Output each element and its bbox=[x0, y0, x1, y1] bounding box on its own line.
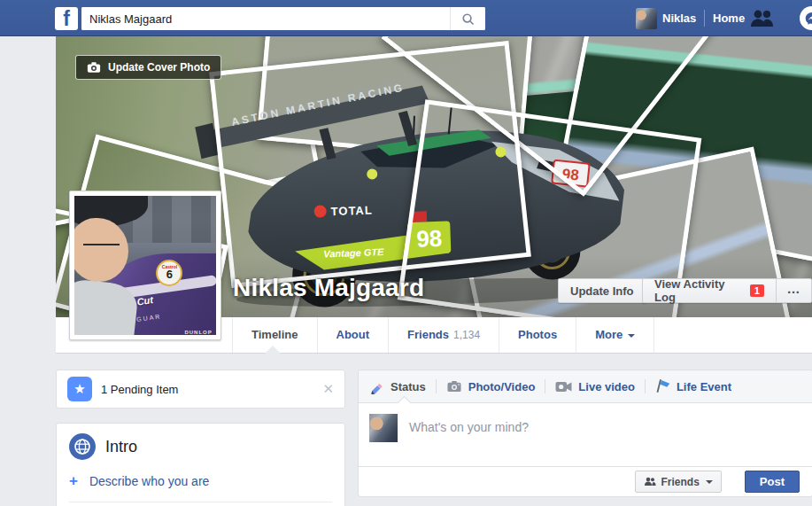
post-button[interactable]: Post bbox=[745, 471, 800, 493]
active-tab-caret bbox=[265, 346, 281, 354]
globe-icon bbox=[69, 433, 96, 460]
chevron-down-icon bbox=[706, 480, 713, 484]
tab-friends-label: Friends bbox=[407, 328, 449, 341]
tab-photos[interactable]: Photos bbox=[499, 317, 576, 353]
audience-selector-button[interactable]: Friends bbox=[635, 471, 721, 493]
composer-input-area[interactable]: What's on your mind? bbox=[359, 403, 812, 453]
car-number-6: 6 bbox=[158, 269, 181, 279]
composer-tab-divider bbox=[545, 379, 545, 393]
status-composer: Status Photo/Video bbox=[358, 370, 812, 497]
more-options-button[interactable]: … bbox=[776, 279, 811, 302]
tab-friends[interactable]: Friends1,134 bbox=[389, 317, 499, 353]
audience-label: Friends bbox=[661, 476, 699, 488]
composer-tab-live-label: Live video bbox=[578, 380, 635, 393]
view-activity-log-label: View Activity Log bbox=[654, 277, 744, 304]
update-cover-photo-button[interactable]: Update Cover Photo bbox=[75, 55, 221, 80]
composer-tab-life-event[interactable]: Life Event bbox=[655, 379, 731, 394]
pending-items-card[interactable]: ★ 1 Pending Item ✕ bbox=[56, 370, 345, 409]
navbar-profile-link[interactable]: Niklas bbox=[662, 0, 696, 36]
video-camera-icon bbox=[555, 380, 572, 393]
composer-footer: Friends Post bbox=[359, 466, 812, 496]
navbar-home-link[interactable]: Home bbox=[713, 0, 745, 36]
composer-tab-divider bbox=[436, 379, 437, 393]
activity-log-badge: 1 bbox=[750, 284, 764, 297]
search-icon bbox=[461, 12, 475, 26]
glasses bbox=[83, 237, 120, 245]
facebook-profile-page: f Niklas Home bbox=[0, 0, 812, 506]
tab-more-label: More bbox=[595, 328, 623, 341]
intro-card: Intro + Describe who you are bbox=[56, 423, 345, 506]
facebook-logo[interactable]: f bbox=[55, 7, 78, 30]
pencil-icon bbox=[369, 379, 384, 394]
search-button[interactable] bbox=[450, 7, 485, 30]
friends-audience-icon bbox=[644, 477, 656, 487]
friend-requests-icon[interactable] bbox=[748, 9, 775, 28]
composer-tab-photo-label: Photo/Video bbox=[468, 380, 536, 393]
update-info-label: Update Info bbox=[570, 284, 634, 298]
composer-tab-live-video[interactable]: Live video bbox=[555, 380, 635, 393]
dunlop-text: DUNLOP bbox=[184, 330, 212, 335]
composer-tab-photo-video[interactable]: Photo/Video bbox=[446, 379, 536, 393]
messenger-icon[interactable] bbox=[800, 6, 812, 30]
composer-tab-life-label: Life Event bbox=[677, 380, 731, 393]
tab-about[interactable]: About bbox=[318, 317, 390, 353]
close-icon[interactable]: ✕ bbox=[322, 381, 334, 397]
composer-tab-row: Status Photo/Video bbox=[359, 370, 812, 403]
update-info-button[interactable]: Update Info bbox=[558, 278, 646, 303]
composer-placeholder: What's on your mind? bbox=[409, 420, 529, 442]
camera-icon bbox=[87, 61, 101, 74]
top-navigation-bar: f Niklas Home bbox=[0, 0, 812, 36]
composer-avatar bbox=[369, 414, 398, 442]
search-box bbox=[81, 7, 485, 30]
star-icon: ★ bbox=[67, 377, 92, 401]
profile-picture-image: Castrol 6 Silk Cut JAGUAR DUNLOP bbox=[74, 196, 216, 335]
profile-name: Niklas Majgaard bbox=[233, 274, 424, 302]
composer-tab-divider bbox=[645, 379, 646, 393]
pending-items-label: 1 Pending Item bbox=[101, 383, 178, 396]
flag-icon bbox=[655, 379, 670, 394]
activity-log-button-group: View Activity Log 1 … bbox=[642, 278, 812, 303]
composer-tab-status[interactable]: Status bbox=[369, 379, 426, 394]
profile-picture[interactable]: Castrol 6 Silk Cut JAGUAR DUNLOP bbox=[69, 191, 221, 340]
navbar-avatar[interactable] bbox=[636, 8, 657, 29]
describe-yourself-link[interactable]: + Describe who you are bbox=[69, 474, 332, 488]
composer-tab-status-label: Status bbox=[391, 380, 426, 393]
describe-yourself-label: Describe who you are bbox=[89, 474, 209, 488]
intro-title: Intro bbox=[105, 438, 137, 456]
face bbox=[74, 218, 128, 282]
chevron-down-icon bbox=[628, 334, 635, 338]
view-activity-log-button[interactable]: View Activity Log 1 bbox=[643, 279, 776, 302]
photo-camera-icon bbox=[446, 379, 462, 393]
friends-count: 1,134 bbox=[453, 329, 480, 341]
intro-divider bbox=[69, 502, 332, 502]
search-input[interactable] bbox=[81, 7, 450, 30]
navbar-divider bbox=[704, 10, 705, 27]
plus-icon: + bbox=[69, 475, 78, 487]
tab-more[interactable]: More bbox=[576, 317, 654, 353]
update-cover-photo-label: Update Cover Photo bbox=[108, 61, 210, 74]
